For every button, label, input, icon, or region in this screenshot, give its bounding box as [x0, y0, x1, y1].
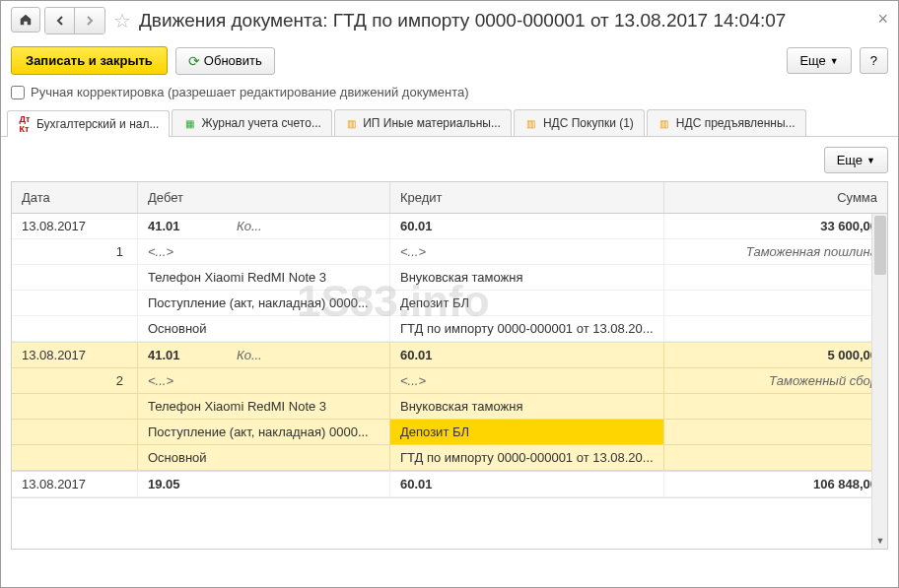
- cell-credit-line: ГТД по импорту 0000-000001 от 13.08.20..…: [390, 316, 664, 342]
- forward-button[interactable]: [75, 8, 104, 33]
- cell-date: 13.08.2017: [12, 214, 138, 239]
- tab-label: НДС Покупки (1): [543, 116, 634, 130]
- back-button[interactable]: [45, 8, 75, 33]
- cell-debit-line: <...>: [138, 368, 390, 394]
- tab-4[interactable]: ▥НДС предъявленны...: [647, 109, 806, 136]
- table-row[interactable]: 13.08.201741.01Ко...60.015 000,002<...><…: [12, 343, 887, 472]
- help-button[interactable]: ?: [860, 47, 888, 74]
- cell-debit-line: Основной: [138, 316, 390, 342]
- tab-icon: ▥: [657, 116, 671, 130]
- cell-credit-account: 60.01: [390, 472, 664, 497]
- postings-table: Дата Дебет Кредит Сумма 13.08.201741.01К…: [11, 181, 888, 550]
- cell-credit-account: 60.01: [390, 214, 664, 239]
- close-button[interactable]: ×: [877, 9, 888, 30]
- cell-row-num: 1: [12, 239, 138, 265]
- table-row[interactable]: 13.08.201741.01Ко...60.0133 600,001<...>…: [12, 214, 887, 343]
- tab-icon: ▦: [182, 116, 196, 130]
- manual-correction-label: Ручная корректировка (разрешает редактир…: [31, 85, 469, 99]
- cell-credit-line: Депозит БЛ: [390, 291, 664, 316]
- manual-correction-checkbox[interactable]: [11, 86, 25, 99]
- cell-debit-line: <...>: [138, 239, 390, 265]
- arrow-left-icon: [54, 15, 66, 27]
- col-header-credit[interactable]: Кредит: [390, 182, 664, 213]
- cell-debit-line: Телефон Xiaomi RedMI Note 3: [138, 265, 390, 291]
- tab-label: ИП Иные материальны...: [363, 116, 501, 130]
- tab-0[interactable]: ДтКтБухгалтерский и нал...: [7, 110, 170, 137]
- cell-debit-line: Телефон Xiaomi RedMI Note 3: [138, 394, 390, 420]
- cell-date: 13.08.2017: [12, 343, 138, 368]
- cell-sum: 106 848,00: [664, 472, 887, 497]
- cell-sum-desc: Таможенная пошлина: [664, 239, 887, 265]
- refresh-button[interactable]: ⟳ Обновить: [175, 47, 275, 75]
- more-button[interactable]: Еще ▼: [787, 47, 851, 74]
- cell-credit-line: Депозит БЛ: [390, 420, 664, 445]
- tab-2[interactable]: ▥ИП Иные материальны...: [334, 109, 512, 136]
- save-close-button[interactable]: Записать и закрыть: [11, 46, 168, 75]
- scroll-thumb[interactable]: [874, 216, 886, 275]
- content-more-button[interactable]: Еще ▼: [824, 147, 888, 173]
- cell-credit-line: <...>: [390, 368, 664, 394]
- cell-credit-line: Внуковская таможня: [390, 394, 664, 420]
- arrow-right-icon: [84, 15, 96, 27]
- tab-label: НДС предъявленны...: [676, 116, 795, 130]
- cell-debit-account: 41.01Ко...: [138, 214, 390, 239]
- col-header-sum[interactable]: Сумма: [664, 182, 887, 213]
- col-header-debit[interactable]: Дебет: [138, 182, 390, 213]
- window-title: Движения документа: ГТД по импорту 0000-…: [139, 10, 786, 32]
- cell-credit-account: 60.01: [390, 343, 664, 368]
- home-icon: [19, 13, 33, 27]
- cell-credit-line: Внуковская таможня: [390, 265, 664, 291]
- cell-date: 13.08.2017: [12, 472, 138, 497]
- chevron-down-icon: ▼: [866, 156, 875, 165]
- cell-sum: 33 600,00: [664, 214, 887, 239]
- cell-debit-line: Поступление (акт, накладная) 0000...: [138, 291, 390, 316]
- chevron-down-icon: ▼: [830, 56, 839, 66]
- cell-sum-desc: Таможенный сбор: [664, 368, 887, 394]
- tab-icon: ДтКт: [18, 117, 32, 131]
- tabs: ДтКтБухгалтерский и нал...▦Журнал учета …: [1, 109, 898, 137]
- cell-debit-account: 19.05: [138, 472, 390, 497]
- tab-icon: ▥: [524, 116, 538, 130]
- tab-icon: ▥: [345, 116, 358, 130]
- tab-label: Бухгалтерский и нал...: [36, 117, 159, 131]
- cell-credit-line: ГТД по импорту 0000-000001 от 13.08.20..…: [390, 445, 664, 471]
- tab-3[interactable]: ▥НДС Покупки (1): [514, 109, 645, 136]
- tab-1[interactable]: ▦Журнал учета счето...: [172, 109, 331, 136]
- table-row[interactable]: 13.08.201719.0560.01106 848,00: [12, 472, 887, 498]
- cell-sum: 5 000,00: [664, 343, 887, 368]
- cell-credit-line: <...>: [390, 239, 664, 265]
- favorite-star-icon[interactable]: ☆: [113, 9, 131, 33]
- cell-debit-line: Поступление (акт, накладная) 0000...: [138, 420, 390, 445]
- scrollbar[interactable]: ▼: [871, 214, 887, 549]
- scroll-down-icon[interactable]: ▼: [872, 533, 887, 549]
- tab-label: Журнал учета счето...: [201, 116, 320, 130]
- col-header-date[interactable]: Дата: [12, 182, 138, 213]
- cell-debit-line: Основной: [138, 445, 390, 471]
- cell-row-num: 2: [12, 368, 138, 394]
- home-button[interactable]: [11, 7, 40, 33]
- refresh-icon: ⟳: [188, 53, 200, 69]
- cell-debit-account: 41.01Ко...: [138, 343, 390, 368]
